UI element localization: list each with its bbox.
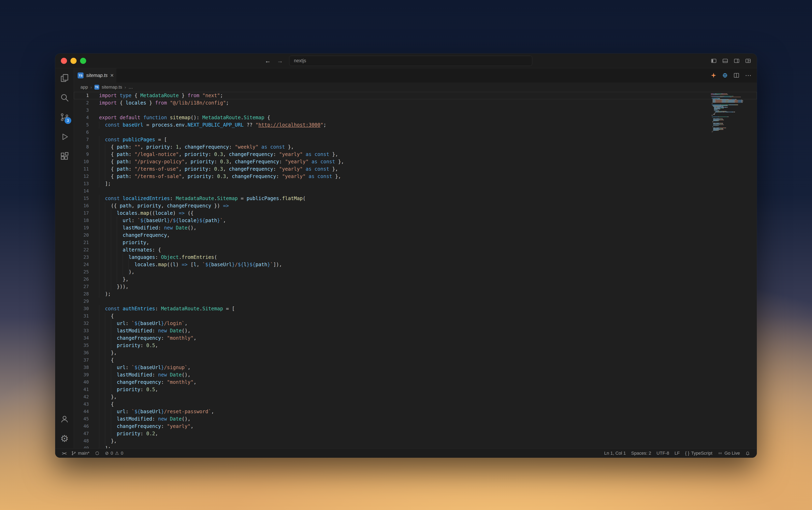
indentation-indicator[interactable]: Spaces: 2 (629, 451, 654, 456)
eol-indicator[interactable]: LF (672, 451, 683, 456)
language-indicator[interactable]: { } TypeScript (682, 451, 715, 456)
problems-indicator[interactable]: ⊘ 0 ⚠ 0 (102, 451, 126, 456)
breadcrumb-item-app[interactable]: app (81, 85, 88, 90)
code-line[interactable]: 49]; (74, 445, 757, 448)
line-number[interactable]: 45 (74, 415, 99, 423)
line-number[interactable]: 18 (74, 217, 99, 224)
code-line[interactable]: 10{ path: "/privacy-policy", priority: 0… (74, 158, 757, 166)
line-number[interactable]: 14 (74, 187, 99, 195)
code-line[interactable]: 47priority: 0.2, (74, 430, 757, 437)
code-line[interactable]: 39lastModified: new Date(), (74, 371, 757, 379)
code-line[interactable]: 34changeFrequency: "monthly", (74, 334, 757, 342)
sidebar-item-account[interactable] (55, 409, 74, 429)
code-line[interactable]: 38url: `${baseUrl}/signup`, (74, 364, 757, 371)
line-number[interactable]: 38 (74, 364, 99, 371)
line-number[interactable]: 7 (74, 136, 99, 143)
code-line[interactable]: 20changeFrequency, (74, 232, 757, 239)
line-number[interactable]: 15 (74, 195, 99, 202)
sidebar-item-search[interactable] (55, 88, 74, 108)
line-number[interactable]: 46 (74, 423, 99, 430)
line-number[interactable]: 27 (74, 283, 99, 290)
line-number[interactable]: 17 (74, 209, 99, 217)
minimap[interactable] (711, 93, 751, 132)
customize-layout-icon[interactable] (745, 58, 751, 64)
code-editor[interactable]: 1import type { MetadataRoute } from "nex… (74, 92, 757, 448)
line-number[interactable]: 33 (74, 327, 99, 334)
sparkle-icon[interactable] (710, 72, 717, 79)
line-number[interactable]: 13 (74, 180, 99, 187)
code-line[interactable]: 30const authEntries: MetadataRoute.Sitem… (74, 305, 757, 312)
code-line[interactable]: 41priority: 0.5, (74, 386, 757, 393)
breadcrumb-item-symbol[interactable]: … (128, 85, 133, 90)
code-line[interactable]: 2import { locales } from "@/lib/i18n/con… (74, 99, 757, 107)
line-number[interactable]: 8 (74, 143, 99, 151)
line-number[interactable]: 3 (74, 107, 99, 114)
code-line[interactable]: 24locales.map((l) => [l, `${baseUrl}/${l… (74, 261, 757, 268)
line-number[interactable]: 30 (74, 305, 99, 312)
code-line[interactable]: 46changeFrequency: "yearly", (74, 423, 757, 430)
code-line[interactable]: 44url: `${baseUrl}/reset-password`, (74, 408, 757, 415)
line-number[interactable]: 24 (74, 261, 99, 268)
code-line[interactable]: 33lastModified: new Date(), (74, 327, 757, 334)
code-line[interactable]: 25), (74, 268, 757, 276)
sidebar-item-settings[interactable]: ⚙ (55, 429, 74, 448)
code-line[interactable]: 15const localizedEntries: MetadataRoute.… (74, 195, 757, 202)
code-line[interactable]: 14 (74, 187, 757, 195)
line-number[interactable]: 19 (74, 224, 99, 232)
line-number[interactable]: 11 (74, 166, 99, 173)
remote-indicator[interactable]: >< (59, 451, 68, 456)
line-number[interactable]: 34 (74, 334, 99, 342)
code-line[interactable]: 27})), (74, 283, 757, 290)
line-number[interactable]: 5 (74, 121, 99, 129)
line-number[interactable]: 31 (74, 312, 99, 320)
code-line[interactable]: 4export default function sitemap(): Meta… (74, 114, 757, 121)
code-line[interactable]: 11{ path: "/terms-of-use", priority: 0.3… (74, 166, 757, 173)
code-line[interactable]: 42}, (74, 393, 757, 400)
code-line[interactable]: 37{ (74, 357, 757, 364)
tab-sitemap[interactable]: TS sitemap.ts × (74, 68, 116, 83)
code-line[interactable]: 7const publicPages = [ (74, 136, 757, 143)
code-line[interactable]: 12{ path: "/terms-of-sale", priority: 0.… (74, 173, 757, 180)
code-line[interactable]: 31{ (74, 312, 757, 320)
globe-icon[interactable] (722, 72, 728, 78)
line-number[interactable]: 20 (74, 232, 99, 239)
notifications-button[interactable] (743, 451, 753, 456)
code-line[interactable]: 26}, (74, 276, 757, 283)
toggle-panel-icon[interactable] (722, 58, 728, 64)
line-number[interactable]: 35 (74, 342, 99, 349)
line-number[interactable]: 6 (74, 129, 99, 136)
line-number[interactable]: 4 (74, 114, 99, 121)
code-line[interactable]: 1import type { MetadataRoute } from "nex… (74, 92, 757, 99)
line-number[interactable]: 22 (74, 246, 99, 253)
line-number[interactable]: 36 (74, 349, 99, 357)
line-number[interactable]: 32 (74, 320, 99, 327)
back-button[interactable]: ← (265, 58, 271, 64)
line-number[interactable]: 41 (74, 386, 99, 393)
code-line[interactable]: 18url: `${baseUrl}/${locale}${path}`, (74, 217, 757, 224)
line-number[interactable]: 1 (74, 92, 99, 99)
forward-button[interactable]: → (277, 58, 283, 64)
code-line[interactable]: 23languages: Object.fromEntries( (74, 253, 757, 261)
line-number[interactable]: 28 (74, 290, 99, 298)
code-line[interactable]: 9{ path: "/legal-notice", priority: 0.3,… (74, 151, 757, 158)
line-number[interactable]: 47 (74, 430, 99, 437)
line-number[interactable]: 44 (74, 408, 99, 415)
code-line[interactable]: 32url: `${baseUrl}/login`, (74, 320, 757, 327)
code-line[interactable]: 22alternates: { (74, 246, 757, 253)
line-number[interactable]: 39 (74, 371, 99, 379)
code-line[interactable]: 36}, (74, 349, 757, 357)
traffic-zoom-button[interactable] (80, 58, 86, 64)
code-line[interactable]: 48}, (74, 437, 757, 445)
code-line[interactable]: 45lastModified: new Date(), (74, 415, 757, 423)
code-line[interactable]: 13]; (74, 180, 757, 187)
line-number[interactable]: 21 (74, 239, 99, 246)
breadcrumb-item-file[interactable]: sitemap.ts (102, 85, 122, 90)
go-live-button[interactable]: Go Live (715, 451, 743, 456)
line-number[interactable]: 29 (74, 298, 99, 305)
code-line[interactable]: 16({ path, priority, changeFrequency }) … (74, 202, 757, 209)
encoding-indicator[interactable]: UTF-8 (654, 451, 672, 456)
line-number[interactable]: 25 (74, 268, 99, 276)
split-editor-icon[interactable] (733, 72, 740, 79)
line-number[interactable]: 37 (74, 357, 99, 364)
code-line[interactable]: 43{ (74, 400, 757, 408)
